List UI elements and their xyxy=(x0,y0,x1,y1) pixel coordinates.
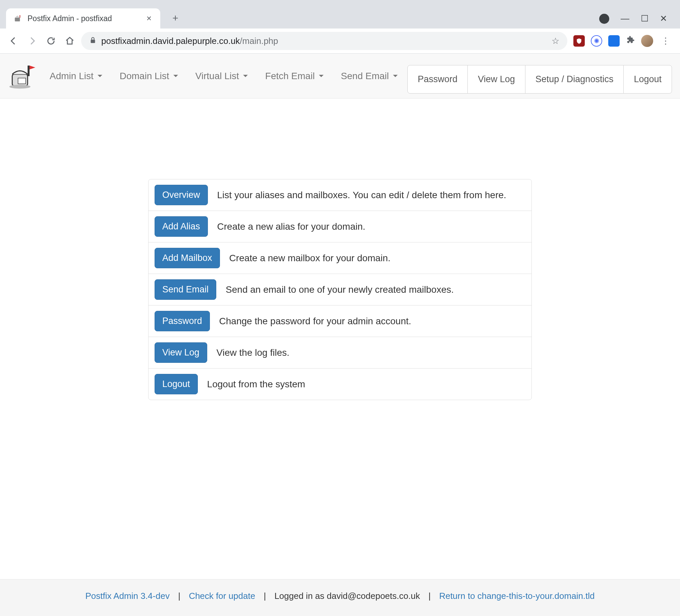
url-path: /main.php xyxy=(240,36,278,46)
view-log-desc: View the log files. xyxy=(217,347,526,358)
password-desc: Change the password for your admin accou… xyxy=(219,316,526,327)
panel-row-password: Password Change the password for your ad… xyxy=(148,306,532,337)
caret-icon xyxy=(243,75,248,77)
overview-desc: List your aliases and mailboxes. You can… xyxy=(217,190,526,200)
navbtn-view-log[interactable]: View Log xyxy=(468,65,526,93)
url-host: postfixadmin.david.palepurple.co.uk xyxy=(101,36,240,46)
nav-admin-list[interactable]: Admin List xyxy=(44,65,108,87)
nav-label: Admin List xyxy=(50,71,93,82)
nav-virtual-list[interactable]: Virtual List xyxy=(190,65,253,87)
url-bar[interactable]: postfixadmin.david.palepurple.co.uk/main… xyxy=(81,32,567,50)
panel-row-logout: Logout Logout from the system xyxy=(148,368,532,400)
panel-row-add-alias: Add Alias Create a new alias for your do… xyxy=(148,211,532,243)
svg-rect-5 xyxy=(28,65,29,76)
tab-favicon xyxy=(13,14,23,23)
lock-icon xyxy=(89,36,96,46)
send-email-button[interactable]: Send Email xyxy=(154,279,216,300)
send-email-desc: Send an email to one of your newly creat… xyxy=(226,284,526,295)
browser-toolbar: postfixadmin.david.palepurple.co.uk/main… xyxy=(0,28,680,54)
ublock-icon[interactable] xyxy=(573,35,585,47)
app-navbar: Admin List Domain List Virtual List Fetc… xyxy=(0,54,680,99)
add-mailbox-button[interactable]: Add Mailbox xyxy=(154,248,220,268)
tab-title: Postfix Admin - postfixad xyxy=(28,14,140,23)
caret-icon xyxy=(393,75,398,77)
extension-blue-icon[interactable] xyxy=(608,35,620,47)
svg-point-6 xyxy=(9,84,30,88)
nav-label: Virtual List xyxy=(196,71,239,82)
panel-row-add-mailbox: Add Mailbox Create a new mailbox for you… xyxy=(148,243,532,274)
footer-version-link[interactable]: Postfix Admin 3.4-dev xyxy=(85,591,169,601)
add-mailbox-desc: Create a new mailbox for your domain. xyxy=(229,253,526,263)
chrome-menu-icon[interactable]: ⋮ xyxy=(659,36,672,46)
forward-button[interactable] xyxy=(25,33,39,48)
nav-label: Send Email xyxy=(341,71,389,82)
view-log-button[interactable]: View Log xyxy=(154,342,207,363)
navbtn-logout[interactable]: Logout xyxy=(623,65,672,93)
caret-icon xyxy=(173,75,178,77)
svg-rect-2 xyxy=(91,39,95,43)
profile-avatar[interactable] xyxy=(641,35,653,47)
browser-chrome: Postfix Admin - postfixad ✕ + ▾ ― ☐ ✕ xyxy=(0,0,680,54)
nav-send-email[interactable]: Send Email xyxy=(336,65,403,87)
add-alias-button[interactable]: Add Alias xyxy=(154,216,208,237)
browser-tab[interactable]: Postfix Admin - postfixad ✕ xyxy=(6,8,160,28)
navbar-right: Password View Log Setup / Diagnostics Lo… xyxy=(408,54,672,98)
nav-fetch-email[interactable]: Fetch Email xyxy=(260,65,329,87)
window-controls: ▾ ― ☐ ✕ xyxy=(599,13,674,28)
page-content: Admin List Domain List Virtual List Fetc… xyxy=(0,54,680,400)
home-button[interactable] xyxy=(62,33,77,48)
add-alias-desc: Create a new alias for your domain. xyxy=(217,221,526,232)
minimize-icon[interactable]: ― xyxy=(621,13,629,24)
panel-row-view-log: View Log View the log files. xyxy=(148,337,532,368)
footer-check-link[interactable]: Check for update xyxy=(189,591,255,601)
footer-logged-in: Logged in as david@codepoets.co.uk xyxy=(274,591,420,601)
account-indicator-icon[interactable]: ▾ xyxy=(599,14,609,24)
app-logo[interactable] xyxy=(8,61,37,91)
panel-row-send-email: Send Email Send an email to one of your … xyxy=(148,274,532,306)
extension-icons: ✺ ⋮ xyxy=(571,35,674,47)
navbtn-password[interactable]: Password xyxy=(407,65,468,93)
footer-sep: | xyxy=(428,591,431,601)
nav-label: Fetch Email xyxy=(265,71,315,82)
nav-label: Domain List xyxy=(120,71,169,82)
extension-circle-icon[interactable]: ✺ xyxy=(591,35,602,47)
main-panel: Overview List your aliases and mailboxes… xyxy=(148,179,532,400)
caret-icon xyxy=(319,75,323,77)
footer: Postfix Admin 3.4-dev | Check for update… xyxy=(0,579,680,616)
tab-strip: Postfix Admin - postfixad ✕ + ▾ ― ☐ ✕ xyxy=(0,0,680,28)
extensions-menu-icon[interactable] xyxy=(626,35,635,47)
svg-rect-1 xyxy=(20,15,20,18)
footer-return-link[interactable]: Return to change-this-to-your.domain.tld xyxy=(439,591,595,601)
panel-row-overview: Overview List your aliases and mailboxes… xyxy=(148,179,532,211)
navbtn-setup[interactable]: Setup / Diagnostics xyxy=(525,65,624,93)
caret-icon xyxy=(97,75,102,77)
nav-domain-list[interactable]: Domain List xyxy=(114,65,183,87)
tab-close-icon[interactable]: ✕ xyxy=(145,15,153,23)
logout-desc: Logout from the system xyxy=(207,379,526,390)
svg-rect-0 xyxy=(15,18,20,22)
back-button[interactable] xyxy=(6,33,21,48)
overview-button[interactable]: Overview xyxy=(154,185,208,205)
nav-menu: Admin List Domain List Virtual List Fetc… xyxy=(44,65,403,87)
close-window-icon[interactable]: ✕ xyxy=(660,13,667,24)
maximize-icon[interactable]: ☐ xyxy=(641,13,649,24)
reload-button[interactable] xyxy=(44,33,58,48)
new-tab-button[interactable]: + xyxy=(167,10,184,27)
url-text: postfixadmin.david.palepurple.co.uk/main… xyxy=(101,36,547,46)
footer-sep: | xyxy=(178,591,180,601)
footer-sep: | xyxy=(263,591,266,601)
logout-button[interactable]: Logout xyxy=(154,374,198,394)
password-button[interactable]: Password xyxy=(154,311,210,331)
svg-rect-4 xyxy=(18,78,26,84)
bookmark-star-icon[interactable]: ☆ xyxy=(551,36,559,46)
